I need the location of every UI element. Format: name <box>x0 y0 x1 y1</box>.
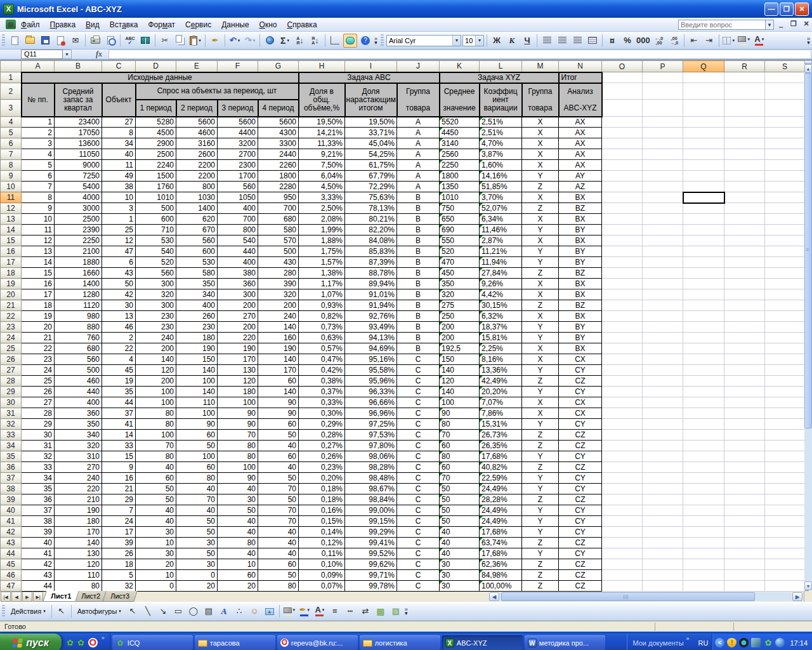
cell[interactable]: 70 <box>440 430 480 441</box>
cell[interactable]: 9 <box>102 462 136 473</box>
cell[interactable]: 170 <box>55 527 102 538</box>
row-header[interactable]: 17 <box>1 257 22 268</box>
cell[interactable]: X <box>522 279 559 289</box>
cell[interactable]: 180 <box>176 333 218 343</box>
cell[interactable]: 9,26% <box>480 279 522 289</box>
cell[interactable]: 29 <box>22 419 55 430</box>
cell[interactable]: 12 <box>102 235 136 246</box>
cell[interactable] <box>643 214 683 225</box>
cell[interactable]: CY <box>559 505 602 516</box>
row-header[interactable]: 24 <box>1 333 22 343</box>
cell[interactable] <box>683 333 724 343</box>
cell[interactable] <box>683 538 724 548</box>
cell[interactable] <box>683 246 724 257</box>
cell[interactable]: 2200 <box>176 171 218 182</box>
cell[interactable] <box>602 203 643 214</box>
cell[interactable]: 110 <box>55 570 102 581</box>
cell[interactable] <box>602 387 643 397</box>
cell[interactable]: 15,31% <box>480 419 522 430</box>
cell[interactable]: 44 <box>22 581 55 592</box>
row-header[interactable]: 26 <box>1 354 22 365</box>
cell[interactable]: B <box>397 322 440 333</box>
menu-item[interactable]: Правка <box>45 19 81 30</box>
cell[interactable] <box>724 171 765 182</box>
task-button[interactable]: тарасова <box>195 635 275 650</box>
cell[interactable]: 1760 <box>136 182 176 192</box>
cell[interactable]: Z <box>522 441 559 451</box>
cell[interactable]: 12 <box>22 235 55 246</box>
row-header[interactable]: 12 <box>1 203 22 214</box>
cell[interactable] <box>602 128 643 138</box>
cell[interactable]: 200 <box>440 333 480 343</box>
cell[interactable] <box>643 538 683 548</box>
cell[interactable]: 29 <box>102 494 136 505</box>
cell[interactable]: 75,63% <box>345 192 397 203</box>
cell[interactable]: BX <box>559 279 602 289</box>
cell[interactable]: 220 <box>55 484 102 494</box>
cell[interactable]: 26 <box>102 548 136 559</box>
cell[interactable]: 24,49% <box>480 516 522 527</box>
cell[interactable]: 49 <box>102 171 136 182</box>
cell[interactable] <box>602 419 643 430</box>
autosum-button[interactable]: Σ▾ <box>278 34 292 48</box>
vertical-scroll-thumb[interactable] <box>804 73 812 428</box>
cell[interactable]: 8 <box>22 192 55 203</box>
cell[interactable]: 0,23% <box>299 462 345 473</box>
cell[interactable]: 120 <box>440 376 480 387</box>
cell[interactable] <box>724 408 765 419</box>
cell[interactable]: 80 <box>55 581 102 592</box>
cell[interactable]: 50 <box>136 484 176 494</box>
cell[interactable]: 0,12% <box>299 538 345 548</box>
row-header[interactable]: 30 <box>1 397 22 408</box>
cell[interactable]: 1,75% <box>299 246 345 257</box>
align-right-button-button[interactable] <box>570 34 584 48</box>
cell[interactable] <box>724 354 765 365</box>
cell[interactable]: 40 <box>218 516 258 527</box>
cell[interactable] <box>683 527 724 538</box>
cell[interactable] <box>683 289 724 300</box>
cell[interactable]: 5280 <box>136 117 176 128</box>
cell[interactable]: 37 <box>22 505 55 516</box>
cell[interactable] <box>602 100 643 117</box>
cell[interactable]: 620 <box>176 214 218 225</box>
row-header[interactable]: 38 <box>1 484 22 494</box>
cell[interactable]: 80 <box>136 451 176 462</box>
row-header[interactable]: 35 <box>1 451 22 462</box>
cell[interactable] <box>683 376 724 387</box>
cell[interactable] <box>724 192 765 203</box>
cell[interactable] <box>765 100 805 117</box>
cell[interactable]: BZ <box>559 203 602 214</box>
cell[interactable]: 35 <box>102 387 136 397</box>
cell[interactable] <box>765 343 805 354</box>
cell[interactable]: 2600 <box>176 149 218 160</box>
cell[interactable]: 4,50% <box>299 182 345 192</box>
cell[interactable] <box>765 289 805 300</box>
cell[interactable]: 100 <box>218 462 258 473</box>
cell[interactable] <box>683 279 724 289</box>
cell[interactable]: 190 <box>176 343 218 354</box>
insert-function-button[interactable]: fx <box>96 50 102 59</box>
cell[interactable]: 40 <box>258 538 299 548</box>
cell[interactable]: 7,86% <box>480 408 522 419</box>
cell[interactable]: 99,00% <box>345 505 397 516</box>
cell[interactable]: 140 <box>176 365 218 376</box>
cell[interactable]: 26,35% <box>480 441 522 451</box>
cell[interactable]: 0,63% <box>299 333 345 343</box>
column-header[interactable]: C <box>102 61 136 72</box>
cell[interactable]: 270 <box>218 311 258 322</box>
cell[interactable]: BX <box>559 289 602 300</box>
cell[interactable]: CZ <box>559 494 602 505</box>
cell[interactable]: A <box>397 128 440 138</box>
cell[interactable] <box>683 397 724 408</box>
cell[interactable]: 92,76% <box>345 311 397 322</box>
deskband-chevron-icon[interactable]: » <box>686 635 690 642</box>
cell[interactable] <box>724 441 765 451</box>
cell[interactable] <box>602 516 643 527</box>
cell[interactable]: 30 <box>218 494 258 505</box>
row-header[interactable]: 20 <box>1 289 22 300</box>
drawing-toolbar-grip[interactable] <box>2 605 5 618</box>
cell[interactable]: 13600 <box>55 138 102 149</box>
network-icon[interactable] <box>751 638 761 647</box>
borders-button-button[interactable]: ▾ <box>722 34 736 48</box>
menu-item[interactable]: Сервис <box>180 19 216 30</box>
